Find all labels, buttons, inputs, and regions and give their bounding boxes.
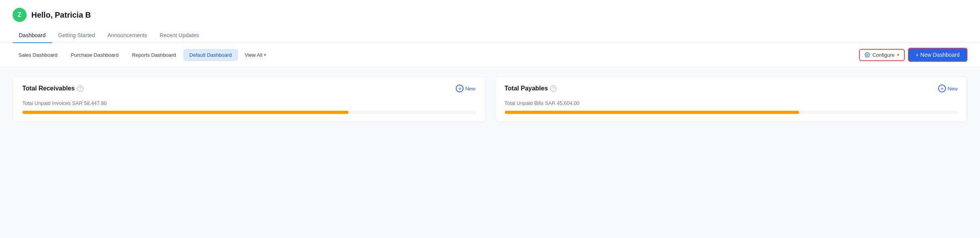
- dash-tab-default[interactable]: Default Dashboard: [184, 49, 238, 61]
- invoice-label-receivables: Total Unpaid Invoices SAR 58,447.80: [22, 100, 476, 106]
- sub-nav-bar: Sales Dashboard Purchase Dashboard Repor…: [0, 43, 980, 67]
- sub-nav-right: Configure ▾ + New Dashboard: [859, 48, 967, 62]
- plus-circle-receivables: +: [456, 85, 464, 92]
- card-title-row-receivables: Total Receivables ?: [22, 85, 83, 92]
- invoice-label-payables: Total Unpaid Bills SAR 45,604.00: [505, 100, 958, 106]
- card-title-row-payables: Total Payables ?: [505, 85, 557, 92]
- nav-tab-dashboard[interactable]: Dashboard: [13, 28, 52, 43]
- user-row: Z Hello, Patricia B: [13, 8, 967, 22]
- dash-tab-purchase[interactable]: Purchase Dashboard: [65, 49, 125, 61]
- header: Z Hello, Patricia B Dashboard Getting St…: [0, 0, 980, 43]
- new-dashboard-button[interactable]: + New Dashboard: [908, 48, 967, 62]
- progress-bar-receivables-fill: [22, 111, 348, 114]
- configure-button[interactable]: Configure ▾: [859, 49, 904, 61]
- dash-tab-sales[interactable]: Sales Dashboard: [13, 49, 63, 61]
- progress-bar-payables-bg: [505, 111, 958, 114]
- card-header-payables: Total Payables ? + New: [505, 85, 958, 92]
- chevron-down-icon: ▾: [264, 52, 266, 58]
- total-payables-card: Total Payables ? + New Total Unpaid Bill…: [495, 76, 968, 122]
- progress-bar-payables-fill: [505, 111, 799, 114]
- page-wrapper: Z Hello, Patricia B Dashboard Getting St…: [0, 0, 980, 132]
- sub-nav-left: Sales Dashboard Purchase Dashboard Repor…: [13, 49, 272, 61]
- nav-tab-getting-started[interactable]: Getting Started: [52, 28, 101, 43]
- main-content: Total Receivables ? + New Total Unpaid I…: [0, 67, 980, 132]
- configure-chevron-icon: ▾: [897, 52, 899, 58]
- help-icon-receivables[interactable]: ?: [77, 85, 83, 92]
- plus-circle-payables: +: [938, 85, 946, 92]
- help-icon-payables[interactable]: ?: [550, 85, 556, 92]
- nav-tab-announcements[interactable]: Announcements: [101, 28, 153, 43]
- dash-tab-reports[interactable]: Reports Dashboard: [126, 49, 182, 61]
- avatar: Z: [13, 8, 27, 22]
- nav-tabs: Dashboard Getting Started Announcements …: [13, 28, 967, 43]
- progress-bar-receivables-bg: [22, 111, 476, 114]
- nav-tab-recent-updates[interactable]: Recent Updates: [153, 28, 205, 43]
- card-title-receivables: Total Receivables: [22, 85, 75, 92]
- total-receivables-card: Total Receivables ? + New Total Unpaid I…: [13, 76, 485, 122]
- card-header-receivables: Total Receivables ? + New: [22, 85, 476, 92]
- new-button-payables[interactable]: + New: [938, 85, 958, 92]
- new-button-receivables[interactable]: + New: [456, 85, 475, 92]
- svg-point-18: [866, 54, 868, 56]
- configure-icon: [864, 52, 870, 58]
- dash-tab-view-all[interactable]: View All ▾: [239, 50, 272, 60]
- card-title-payables: Total Payables: [505, 85, 548, 92]
- card-row-receivables: Total Unpaid Invoices SAR 58,447.80: [22, 100, 476, 114]
- greeting-text: Hello, Patricia B: [31, 11, 91, 20]
- card-row-payables: Total Unpaid Bills SAR 45,604.00: [505, 100, 958, 114]
